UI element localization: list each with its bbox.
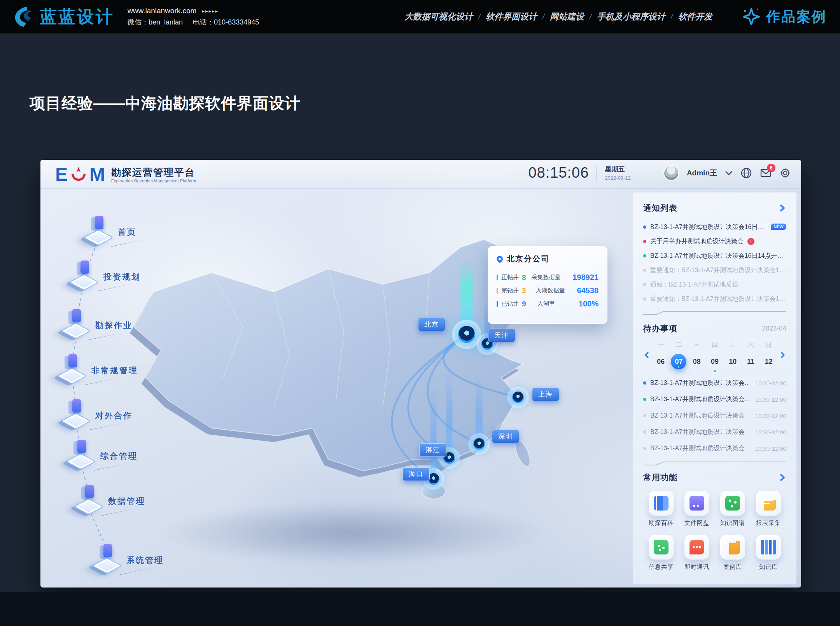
city-label-shanghai[interactable]: 上海 [532, 388, 559, 401]
clock: 08:15:06 [528, 164, 589, 181]
calendar-date[interactable]: 10 [725, 354, 740, 369]
status-dot [643, 269, 646, 272]
rocket-icon [84, 213, 114, 246]
status-dot [643, 283, 646, 286]
todo-list: BZ-13-1-A7井测试地质设计决策会... 10:30-12:00 BZ-1… [643, 375, 786, 456]
quick-item-info-sharing[interactable]: 信息共享 [643, 535, 679, 571]
contact-block: www.lanlanwork.com ▸▸▸▸▸ 微信：ben_lanlan 电… [128, 7, 259, 27]
rocket-ship-icon [93, 542, 122, 574]
chevron-down-icon[interactable] [725, 167, 733, 179]
astronaut-icon [62, 397, 91, 430]
beijing-branch-popup: 北京分公司 正钻井 8 采集数据量 198921 完钻井 3 入湖数据量 645… [488, 246, 607, 324]
status-dot [643, 447, 646, 450]
calendar-date[interactable]: 12 [761, 354, 777, 369]
nav-item-mobile[interactable]: 手机及小程序设计 [597, 11, 665, 23]
globe-icon[interactable] [740, 167, 752, 179]
quick-item-file-drive[interactable]: 文件网盘 [679, 491, 715, 527]
todo-item[interactable]: BZ-13-1-A7井测试地质设计决策会 10:30-12:00 [643, 407, 786, 424]
divider [597, 165, 597, 181]
nav-item-dev[interactable]: 软件开发 [678, 11, 712, 23]
nav-item-website[interactable]: 网站建设 [550, 11, 584, 23]
sidebar-item-investment-planning[interactable]: 投资规划 [70, 258, 100, 291]
nav-item-bigdata[interactable]: 大数据可视化设计 [404, 11, 473, 23]
user-avatar[interactable] [663, 165, 679, 181]
portfolio-link[interactable]: 作品案例 [741, 7, 827, 27]
city-label-beijing[interactable]: 北京 [418, 318, 445, 331]
calendar-date[interactable]: 11 [743, 354, 759, 369]
beijing-light-beam [460, 261, 473, 335]
quick-item-knowledge-base[interactable]: 知识库 [751, 535, 786, 571]
sidebar-item-comprehensive-management[interactable]: 综合管理 [67, 437, 96, 470]
quick-functions-title: 常用功能 [643, 472, 677, 483]
folder-icon [62, 307, 91, 339]
popup-title: 北京分公司 [507, 254, 550, 264]
shenzhen-marker[interactable] [473, 438, 485, 450]
haikou-light-beam [430, 385, 437, 479]
city-label-haikou[interactable]: 海口 [402, 467, 430, 481]
cloud-drive-icon [690, 496, 704, 511]
alert-badge: ! [747, 238, 754, 245]
lanlan-logo[interactable]: 蓝蓝设计 [13, 5, 114, 28]
calendar-prev-icon[interactable] [643, 351, 651, 359]
popup-stat-row: 已钻井 9 入湖率 100% [497, 299, 598, 308]
calendar-date[interactable]: 08 [689, 354, 705, 369]
portfolio-label: 作品案例 [766, 7, 827, 26]
report-icon [761, 496, 776, 511]
mail-icon[interactable]: 6 [760, 167, 772, 179]
notification-item[interactable]: 重要通知：BZ-13-1-A7井测试地质设计决策会16日14... [643, 292, 786, 306]
bottom-dark-band [0, 592, 840, 626]
city-label-zhanjiang[interactable]: 湛江 [419, 443, 446, 457]
drilling-active-value: 8 [522, 273, 526, 282]
calendar-next-icon[interactable] [779, 351, 786, 359]
calendar-date[interactable]: 06 [653, 354, 668, 369]
city-label-tianjin[interactable]: 天津 [488, 329, 515, 342]
sidebar-item-exploration-operations[interactable]: 勘探作业 [62, 307, 91, 339]
quick-functions-more-icon[interactable] [778, 473, 786, 482]
collected-data-value: 198921 [572, 273, 598, 282]
quick-item-encyclopedia[interactable]: 勘探百科 [643, 491, 679, 527]
desk-icon [67, 437, 96, 470]
ecm-logo: E M 勘探运营管理平台 Exploration Operation Manag… [55, 164, 196, 185]
notification-item[interactable]: BZ-13-1-A7井测试地质设计决策会16日14点开始 NEW [643, 220, 786, 234]
quick-item-report-collection[interactable]: 报表采集 [751, 491, 786, 527]
notifications-more-icon[interactable] [778, 204, 786, 212]
city-label-shenzhen[interactable]: 深圳 [492, 430, 519, 443]
beijing-marker[interactable] [458, 326, 475, 343]
todo-item[interactable]: BZ-13-1-A7井测试地质设计决策会 10:30-12:00 [643, 440, 786, 456]
todo-item[interactable]: BZ-13-1-A7井测试地质设计决策会... 10:30-12:00 [643, 391, 786, 407]
mail-badge: 6 [767, 164, 775, 172]
calendar-date[interactable]: 09 [707, 354, 723, 369]
status-dot [643, 398, 646, 401]
notification-item[interactable]: 通知：BZ-13-1-A7井测试地质设 [643, 277, 786, 292]
todo-title: 待办事项 [643, 323, 677, 334]
stat-bar [497, 275, 498, 280]
platform-title: 勘探运营管理平台 [111, 166, 196, 179]
sidebar-item-unconventional-management[interactable]: 非常规管理 [58, 352, 88, 385]
dashboard-screenshot: 北京 天津 上海 深圳 湛江 海口 北京分公司 正钻井 8 采集数据量 1989… [40, 160, 801, 588]
settings-gear-icon[interactable] [779, 167, 791, 179]
lake-data-value: 64538 [577, 286, 598, 295]
shanghai-marker[interactable] [512, 392, 524, 403]
quick-item-knowledge-graph[interactable]: 知识图谱 [715, 491, 751, 527]
notification-item[interactable]: 重要通知：BZ-13-1-A7井测试地质设计决策会16日14... [643, 263, 786, 277]
sidebar-item-home[interactable]: 首页 [84, 213, 114, 246]
username[interactable]: Admin王 [687, 168, 717, 178]
calendar-date-selected[interactable]: 07 [671, 354, 686, 369]
notification-item[interactable]: 关于用举办井测试地质设计决策会 ! [643, 234, 786, 248]
todo-item[interactable]: BZ-13-1-A7井测试地质设计决策会... 10:30-12:00 [643, 375, 786, 391]
sidebar-item-system-management[interactable]: 系统管理 [93, 542, 122, 574]
status-dot [643, 381, 646, 385]
chat-bubble-icon [690, 540, 704, 554]
book-icon [654, 496, 668, 511]
notification-item[interactable]: BZ-13-1-A7井测试地质设计决策会16日14点开始！ [643, 248, 786, 263]
quick-item-case-library[interactable]: 案例库 [715, 535, 751, 571]
quick-item-instant-messaging[interactable]: 即时通讯 [679, 535, 715, 571]
popup-stat-row: 完钻井 3 入湖数据量 64538 [497, 286, 598, 295]
todo-item[interactable]: BZ-13-1-A7井测试地质设计决策会 10:30-12:00 [643, 424, 786, 440]
new-badge: NEW [771, 224, 786, 230]
nav-item-software-ui[interactable]: 软件界面设计 [486, 11, 537, 23]
lanlan-logo-icon [13, 5, 36, 28]
zhanjiang-light-beam [446, 370, 452, 457]
sidebar-item-data-management[interactable]: 数据管理 [75, 483, 104, 515]
sidebar-item-external-cooperation[interactable]: 对外合作 [62, 397, 91, 430]
